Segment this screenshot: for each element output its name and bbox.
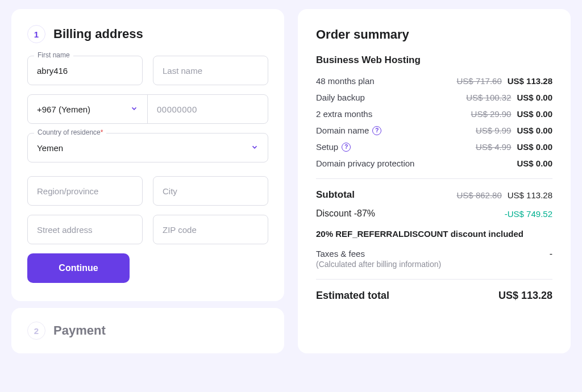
summary-line-price: US$ 0.00 [517, 109, 552, 119]
payment-card: 2 Payment [11, 308, 284, 353]
billing-card: 1 Billing address First name +967 (Yemen… [11, 9, 284, 301]
summary-line-price: US$ 0.00 [517, 159, 552, 168]
tax-note: (Calculated after billing information) [316, 260, 441, 269]
country-select[interactable]: Yemen [27, 133, 268, 162]
continue-button[interactable]: Continue [27, 253, 130, 283]
phone-combined: +967 (Yemen) [27, 94, 268, 124]
summary-line: Domain privacy protectionUS$ 0.00 [316, 159, 552, 168]
discount-row: Discount -87% -US$ 749.52 [316, 208, 552, 219]
subtotal-row: Subtotal US$ 862.80 US$ 113.28 [316, 189, 552, 201]
phone-input[interactable] [157, 105, 259, 114]
discount-note: 20% REF_REFERRALDISCOUNT discount includ… [316, 229, 552, 239]
first-name-field: First name [27, 56, 143, 85]
summary-line-strike: US$ 100.32 [466, 93, 511, 102]
summary-line-label: 2 extra months [316, 109, 471, 119]
summary-line-label: Daily backup [316, 93, 466, 102]
summary-line: 2 extra monthsUS$ 29.90US$ 0.00 [316, 109, 552, 119]
summary-line-label: 48 months plan [316, 76, 457, 86]
help-icon[interactable]: ? [372, 126, 381, 135]
divider [316, 279, 552, 280]
summary-line: Setup?US$ 4.99US$ 0.00 [316, 142, 552, 152]
summary-line-strike: US$ 9.99 [476, 126, 512, 135]
total-row: Estimated total US$ 113.28 [316, 290, 552, 302]
summary-line: Daily backupUS$ 100.32US$ 0.00 [316, 93, 552, 102]
summary-line-price: US$ 0.00 [517, 93, 552, 102]
summary-line-label: Domain name? [316, 126, 476, 135]
first-name-input[interactable] [27, 56, 143, 85]
step-badge-2: 2 [27, 322, 45, 340]
order-summary-card: Order summary Business Web Hosting 48 mo… [298, 9, 571, 353]
summary-title: Order summary [316, 27, 552, 42]
total-price: US$ 113.28 [498, 290, 552, 302]
summary-line-label: Domain privacy protection [316, 159, 517, 168]
street-input[interactable] [27, 215, 143, 244]
summary-line-price: US$ 0.00 [517, 126, 552, 135]
phone-code-value: +967 (Yemen) [37, 105, 90, 114]
summary-line-strike: US$ 4.99 [476, 142, 512, 152]
subtotal-price: US$ 113.28 [508, 190, 552, 200]
first-name-label: First name [34, 51, 73, 59]
summary-line-price: US$ 0.00 [517, 142, 552, 152]
country-value: Yemen [37, 143, 63, 153]
last-name-field [153, 56, 268, 85]
step-badge-1: 1 [27, 25, 45, 43]
billing-title: Billing address [53, 27, 143, 41]
city-input[interactable] [153, 176, 268, 206]
tax-value: - [550, 249, 552, 259]
summary-line-strike: US$ 717.60 [457, 76, 502, 86]
total-label: Estimated total [316, 290, 389, 302]
summary-line: Domain name?US$ 9.99US$ 0.00 [316, 126, 552, 135]
phone-code-select[interactable]: +967 (Yemen) [28, 95, 148, 123]
summary-line-price: US$ 113.28 [508, 76, 552, 86]
region-input[interactable] [27, 176, 143, 206]
subtotal-label: Subtotal [316, 189, 457, 201]
tax-row: Taxes & fees (Calculated after billing i… [316, 249, 552, 269]
chevron-down-icon [251, 143, 259, 153]
product-title: Business Web Hosting [316, 55, 552, 66]
tax-label: Taxes & fees [316, 249, 441, 258]
zip-input[interactable] [153, 215, 268, 244]
summary-line: 48 months planUS$ 717.60US$ 113.28 [316, 76, 552, 86]
last-name-input[interactable] [153, 56, 268, 85]
discount-amount: -US$ 749.52 [505, 209, 552, 219]
help-icon[interactable]: ? [342, 143, 351, 152]
billing-header: 1 Billing address [27, 25, 268, 43]
summary-line-label: Setup? [316, 142, 476, 152]
discount-label: Discount -87% [316, 208, 375, 219]
summary-line-strike: US$ 29.90 [471, 109, 512, 119]
chevron-down-icon [130, 105, 138, 114]
subtotal-strike: US$ 862.80 [457, 190, 502, 200]
country-label: Country of residence* [34, 128, 106, 136]
payment-title: Payment [53, 323, 106, 338]
divider [316, 178, 552, 179]
